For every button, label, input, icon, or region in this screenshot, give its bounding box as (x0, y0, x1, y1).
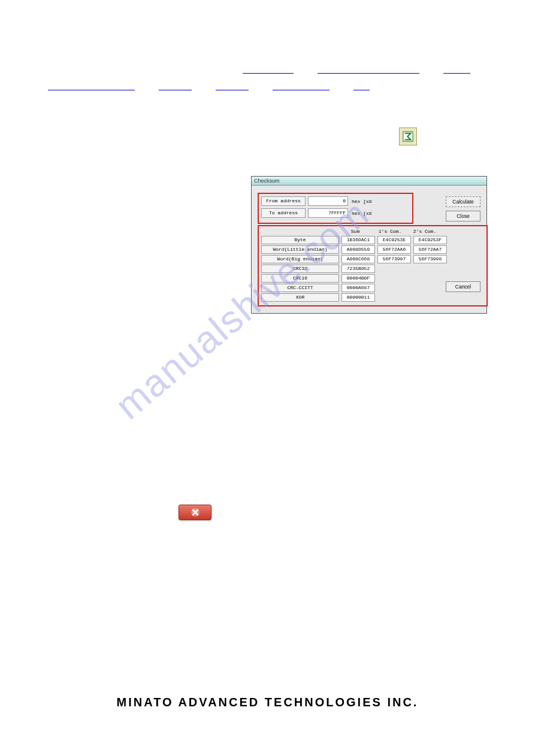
nav-link[interactable] (273, 89, 330, 90)
row-label: Byte (261, 236, 339, 244)
nav-link[interactable] (353, 89, 370, 90)
table-row: XOR 00000011 (261, 293, 484, 302)
nav-link[interactable] (443, 72, 470, 74)
nav-link[interactable] (243, 72, 294, 74)
cell: 56F73997 (377, 255, 411, 263)
row-label: CRC16 (261, 274, 339, 283)
row-label: CRC-CCITT (261, 284, 339, 292)
nav-link[interactable] (159, 89, 192, 90)
row-label: XOR (261, 293, 339, 302)
cell: 56F73998 (413, 255, 447, 263)
nav-link[interactable] (216, 89, 249, 90)
nav-link[interactable] (318, 72, 419, 74)
row-label: Word(Little endian) (261, 245, 339, 254)
cell: 56F72AA6 (377, 245, 411, 254)
cell: 00000011 (341, 293, 375, 302)
to-address-row: To address 7FFFFF hex [x8 (261, 208, 410, 218)
to-address-label: To address (261, 208, 306, 218)
to-address-input[interactable]: 7FFFFF (308, 208, 348, 218)
col-sum: Sum (338, 229, 373, 234)
close-icon[interactable] (179, 505, 211, 520)
footer-company-name: MINATO ADVANCED TECHNOLOGIES INC. (0, 696, 535, 709)
dialog-title: Checksum (252, 177, 486, 186)
cell: 00004B0F (341, 274, 375, 283)
cell: E4C9253F (413, 236, 447, 244)
cell: E4C9253E (377, 236, 411, 244)
cell: 7235B952 (341, 265, 375, 273)
cancel-button[interactable]: Cancel (446, 281, 480, 292)
address-range-box: From address 0 hex [x8 To address 7FFFFF… (258, 193, 413, 224)
cell: 56F72AA7 (413, 245, 447, 254)
cell: A908D559 (341, 245, 375, 254)
nav-link[interactable] (48, 89, 135, 90)
col-1s-com: 1's Com. (373, 229, 407, 234)
to-address-suffix: hex [x8 (350, 211, 372, 216)
from-address-label: From address (261, 196, 306, 206)
cell: 1B36DAC1 (341, 236, 375, 244)
top-links-row-2 (48, 89, 370, 90)
from-address-row: From address 0 hex [x8 (261, 196, 410, 206)
from-address-input[interactable]: 0 (308, 196, 348, 206)
close-button[interactable]: Close (446, 211, 480, 221)
sigma-icon[interactable] (399, 127, 417, 145)
dialog-button-column: Calculate Close Cancel (446, 196, 480, 292)
row-label: Word(Big endian) (261, 255, 339, 263)
calculate-button[interactable]: Calculate (446, 196, 480, 207)
checksum-dialog: Checksum From address 0 hex [x8 To addre… (251, 176, 487, 314)
top-links-row-1 (243, 72, 481, 74)
col-2s-com: 2's Com. (407, 229, 442, 234)
cell: 0000A687 (341, 284, 375, 292)
row-label: CRC32 (261, 265, 339, 273)
cell: A908C668 (341, 255, 375, 263)
from-address-suffix: hex [x8 (350, 199, 372, 204)
